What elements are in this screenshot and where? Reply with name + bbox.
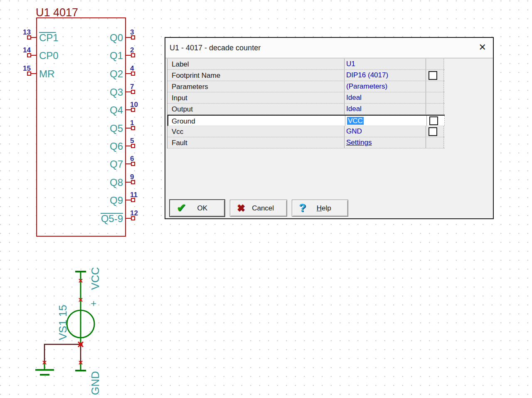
pin-number: 15 <box>23 64 31 72</box>
junction-node <box>78 342 83 347</box>
property-table: Label U1 Footprint Name DIP16 (4017) Par… <box>167 59 445 148</box>
property-check-cell <box>426 81 444 92</box>
property-name: Vcc <box>167 126 345 137</box>
property-name: Ground <box>168 116 345 126</box>
source-designator: VS1 15 <box>57 305 69 340</box>
pin-label: Q4 <box>110 104 123 116</box>
pin-label: Q5-9 <box>101 213 123 224</box>
pin-label: Q2 <box>110 68 123 79</box>
property-row[interactable]: Vcc GND <box>167 126 445 137</box>
property-value[interactable]: Ideal <box>345 104 426 114</box>
property-value[interactable]: VCC <box>345 116 427 126</box>
property-row[interactable]: Ground VCC <box>167 115 445 126</box>
check-icon: ✔ <box>177 203 186 214</box>
pin-label: Q5 <box>110 123 123 134</box>
property-value-text: Ideal <box>346 105 362 113</box>
property-name: Output <box>167 104 345 114</box>
pin-label: Q7 <box>110 158 123 170</box>
ok-button[interactable]: ✔ OK <box>170 200 225 217</box>
property-check-cell <box>426 104 444 114</box>
pin-terminal[interactable] <box>131 162 135 166</box>
pin-number: 6 <box>130 155 134 163</box>
pin-number: 5 <box>130 137 134 145</box>
property-check-cell <box>426 70 444 81</box>
pin-number: 11 <box>130 191 138 199</box>
question-icon: ? <box>299 203 306 214</box>
dialog-titlebar[interactable]: U1 - 4017 - decade counter ✕ <box>165 38 493 58</box>
property-row[interactable]: Output Ideal <box>167 104 445 115</box>
cross-icon: ✖ <box>237 203 245 213</box>
cancel-button[interactable]: ✖ Cancel <box>230 200 287 217</box>
property-row[interactable]: Footprint Name DIP16 (4017) <box>167 70 445 81</box>
checkbox[interactable] <box>429 71 437 80</box>
help-rest: elp <box>322 204 331 212</box>
pin-terminal[interactable] <box>131 72 135 75</box>
help-button[interactable]: ? Help <box>292 200 348 217</box>
cancel-button-label: Cancel <box>245 204 281 213</box>
close-icon[interactable]: ✕ <box>479 42 486 53</box>
net-label-vcc: VCC <box>89 267 101 290</box>
property-value-text: DIP16 (4017) <box>346 71 388 79</box>
property-name: Footprint Name <box>167 70 345 81</box>
property-row[interactable]: Parameters (Parameters) <box>167 81 445 92</box>
pin-label: Q3 <box>110 87 123 98</box>
property-row[interactable]: Label U1 <box>167 59 445 70</box>
property-value[interactable]: DIP16 (4017) <box>345 70 426 81</box>
property-check-cell <box>426 137 444 148</box>
property-name: Parameters <box>167 81 345 92</box>
property-row[interactable]: Fault Settings <box>167 137 445 148</box>
pin-terminal[interactable] <box>27 36 31 39</box>
pin-terminal[interactable] <box>131 90 135 94</box>
dialog-title: U1 - 4017 - decade counter <box>170 38 261 58</box>
pin-number: 1 <box>130 119 134 127</box>
property-value[interactable]: (Parameters) <box>345 81 426 92</box>
property-value[interactable]: GND <box>345 126 426 137</box>
property-value-text: U1 <box>346 60 355 68</box>
pin-terminal[interactable] <box>27 54 31 57</box>
schematic-editor-canvas: U1 4017 13CP114CP015MR3Q02Q14Q27Q310Q41Q… <box>0 0 532 398</box>
pin-label: MR <box>39 68 54 79</box>
help-accel: H <box>317 204 322 212</box>
pin-number: 13 <box>23 28 31 36</box>
pin-terminal[interactable] <box>131 36 135 39</box>
property-check-cell <box>426 59 444 69</box>
property-value[interactable]: Settings <box>345 137 426 148</box>
pin-number: 9 <box>130 173 134 181</box>
checkbox[interactable] <box>429 116 438 125</box>
pin-number: 3 <box>130 28 134 36</box>
checkbox[interactable] <box>429 127 437 136</box>
pin-terminal[interactable] <box>131 217 135 220</box>
pin-terminal[interactable] <box>131 108 135 111</box>
property-value[interactable]: U1 <box>345 59 426 69</box>
property-value-text: (Parameters) <box>346 82 387 90</box>
pin-label: Q1 <box>110 50 123 61</box>
ic-title: U1 4017 <box>36 6 78 19</box>
pin-number: 12 <box>130 209 138 217</box>
property-row[interactable]: Input Ideal <box>167 92 445 104</box>
pin-label: CP1 <box>39 32 59 43</box>
component-properties-dialog: U1 - 4017 - decade counter ✕ Label U1 Fo… <box>165 37 494 219</box>
pin-terminal[interactable] <box>131 54 135 57</box>
source-polarity-plus: + <box>88 301 99 307</box>
pin-label: Q8 <box>110 177 123 188</box>
pin-number: 2 <box>130 46 134 54</box>
property-name: Fault <box>167 137 345 148</box>
pin-terminal[interactable] <box>27 72 31 75</box>
pin-terminal[interactable] <box>131 144 135 148</box>
pin-terminal[interactable] <box>131 198 135 202</box>
property-value-text: VCC <box>347 117 364 125</box>
property-value-text: GND <box>346 127 362 135</box>
wires[interactable] <box>44 344 81 363</box>
property-value-text: Ideal <box>346 94 362 101</box>
property-check-cell <box>426 92 444 103</box>
pin-terminal[interactable] <box>131 180 135 184</box>
property-check-cell <box>427 116 445 126</box>
pin-terminal[interactable] <box>131 126 135 130</box>
property-value[interactable]: Ideal <box>345 92 426 103</box>
pin-number: 14 <box>23 46 31 54</box>
pin-number: 7 <box>130 83 134 91</box>
pin-label: Q0 <box>110 32 123 43</box>
ok-button-label: OK <box>186 204 219 213</box>
net-label-gnd: GND <box>89 371 101 395</box>
property-value-text: Settings <box>346 138 372 146</box>
